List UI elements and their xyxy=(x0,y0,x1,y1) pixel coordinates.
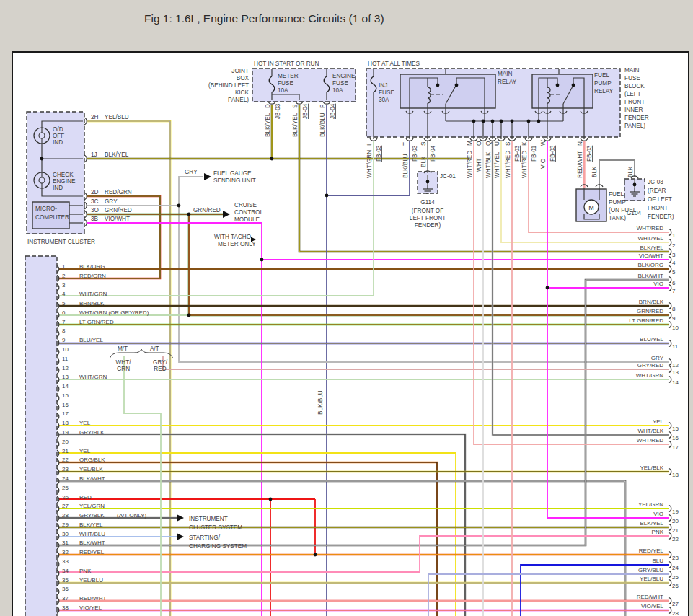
right-pin-number: 2 xyxy=(672,242,676,249)
rotated-wire-label: WHT/BLK xyxy=(485,151,492,178)
rotated-wire-label: Q xyxy=(485,141,492,146)
junction-dot xyxy=(633,183,637,187)
rotated-wire-label: BLK/BLU xyxy=(402,154,409,178)
rotated-wire-label: VIO xyxy=(540,159,547,169)
rotated-wire-label: O xyxy=(476,141,482,146)
diagram-label: WITH TACHO- xyxy=(214,234,253,240)
junction-dot xyxy=(511,120,514,123)
rotated-wire-label: N xyxy=(577,141,583,146)
diagram-label: OF LEFT xyxy=(648,196,672,203)
junction-dot xyxy=(325,194,329,198)
left-pin-wire-label: YEL xyxy=(79,420,91,426)
left-pin-wire-label: BLK/WHT xyxy=(79,475,105,482)
diagram-label: RELAY xyxy=(594,88,614,94)
right-pin-number: 23 xyxy=(672,555,679,561)
left-pin-number: 38 xyxy=(62,604,69,611)
left-pin-number: 3 xyxy=(62,282,66,289)
right-pin-number: 11 xyxy=(672,343,679,350)
right-pin-wire-label: YEL/GRN xyxy=(638,501,663,508)
rotated-wire-label: M xyxy=(467,141,473,146)
junction-dot xyxy=(556,84,560,87)
diagram-label: OFF xyxy=(53,133,64,139)
right-pin-wire-label: YEL/BLU xyxy=(640,576,663,582)
rotated-wire-label: WHT xyxy=(476,158,482,172)
rotated-wire-label: RED/WHT xyxy=(577,151,583,178)
left-pin-number: 12 xyxy=(62,365,69,371)
diagram-label: (REAR xyxy=(648,188,666,194)
diagram-label: GRN/RED xyxy=(105,207,132,214)
diagram-label: (ON FUEL xyxy=(609,207,637,214)
rotated-wire-label: JB-04 xyxy=(330,103,336,119)
junction-dot xyxy=(455,84,459,87)
left-pin-number: 1 xyxy=(62,263,66,270)
left-pin-number: 33 xyxy=(62,558,69,565)
rotated-wire-label: FB-03 xyxy=(412,145,418,162)
diagram-label: FUEL xyxy=(594,72,609,79)
left-pin-number: 29 xyxy=(62,522,69,528)
junction-dot xyxy=(270,157,274,161)
right-pin-number: 28 xyxy=(672,610,679,616)
right-pin-number: 8 xyxy=(672,306,676,312)
junction-dot xyxy=(436,84,440,87)
right-pin-wire-label: LT GRN/RED xyxy=(629,317,663,324)
diagram-label: JC-03 xyxy=(648,179,663,185)
diagram-label: ENGINE xyxy=(332,73,356,79)
right-pin-wire-label: VIO/WHT xyxy=(639,252,663,259)
diagram-label: JOINT xyxy=(231,68,249,74)
left-pin-wire-label: PNK xyxy=(79,568,92,574)
right-pin-number: 19 xyxy=(672,509,679,515)
left-pin-wire-label: BLK/YEL xyxy=(79,522,103,528)
diagram-label: COMPUTER xyxy=(35,214,69,221)
rotated-wire-label: FB-03 xyxy=(514,145,521,162)
diagram-label: PUMP xyxy=(609,199,626,206)
diagram-label: 2D xyxy=(91,189,99,195)
diagram-label: FUSE xyxy=(624,75,640,82)
right-pin-number: 9 xyxy=(672,315,676,322)
left-pin-number: 26 xyxy=(62,494,69,501)
rotated-wire-label: BLK/BLU xyxy=(317,390,324,415)
right-pin-wire-label: BLU/YEL xyxy=(640,336,663,343)
diagram-label: FENDER) xyxy=(415,222,441,229)
right-pin-number: 3 xyxy=(672,252,676,258)
rotated-wire-label: BLK/YEL xyxy=(292,113,299,137)
diagram-label: 3C xyxy=(91,198,99,205)
left-pin-number: 6 xyxy=(62,309,66,316)
diagram-label: TANK) xyxy=(609,215,626,221)
left-pin-number: 36 xyxy=(62,586,69,592)
diagram-label: PUMP xyxy=(594,80,612,87)
left-pin-number: 13 xyxy=(62,374,69,380)
diagram-label: RED xyxy=(154,366,166,372)
diagram-label: ENGINE xyxy=(53,178,76,185)
left-pin-number: 34 xyxy=(62,568,69,574)
rotated-wire-label: BLK xyxy=(420,156,427,167)
right-pin-wire-label: VIO/YEL xyxy=(641,603,664,610)
diagram-label: RELAY xyxy=(498,79,517,85)
left-pin-number: 5 xyxy=(62,300,66,307)
diagram-label: RED/GRN xyxy=(105,189,132,195)
right-pin-number: 17 xyxy=(672,444,679,451)
diagram-label: KICK xyxy=(235,89,250,96)
left-pin-wire-label: YEL/GRN xyxy=(79,503,105,509)
rotated-wire-label: BLK xyxy=(627,166,634,177)
right-pin-wire-label: RED/YEL xyxy=(639,547,664,554)
right-pin-wire-label: GRY/RED xyxy=(637,362,664,369)
left-pin-wire-label: YEL xyxy=(79,448,91,454)
diagram-label: CHARGING SYSTEM xyxy=(189,543,247,550)
left-pin-wire-label: RED/GRN xyxy=(79,273,106,279)
diagram-label: G114 xyxy=(420,199,435,206)
diagram-label: 10A xyxy=(278,87,288,94)
diagram-label: GRY/ xyxy=(153,359,168,366)
left-pin-number: 25 xyxy=(62,485,69,491)
diagram-label: CONTROL xyxy=(234,209,263,216)
left-pin-number: 17 xyxy=(62,410,69,417)
diagram-label: WHT/ xyxy=(116,359,132,366)
diagram-label: MODULE xyxy=(234,216,260,223)
diagram-label: STARTING/ xyxy=(189,534,221,541)
diagram-label: IND xyxy=(53,185,63,191)
right-pin-wire-label: GRY xyxy=(651,355,664,361)
left-pin-number: 8 xyxy=(62,327,66,334)
rotated-wire-label: T xyxy=(402,142,409,146)
diagram-label: GRY xyxy=(185,169,198,175)
left-pin-number: 31 xyxy=(62,540,69,546)
left-pin-wire-label: YEL/BLK xyxy=(79,466,103,472)
